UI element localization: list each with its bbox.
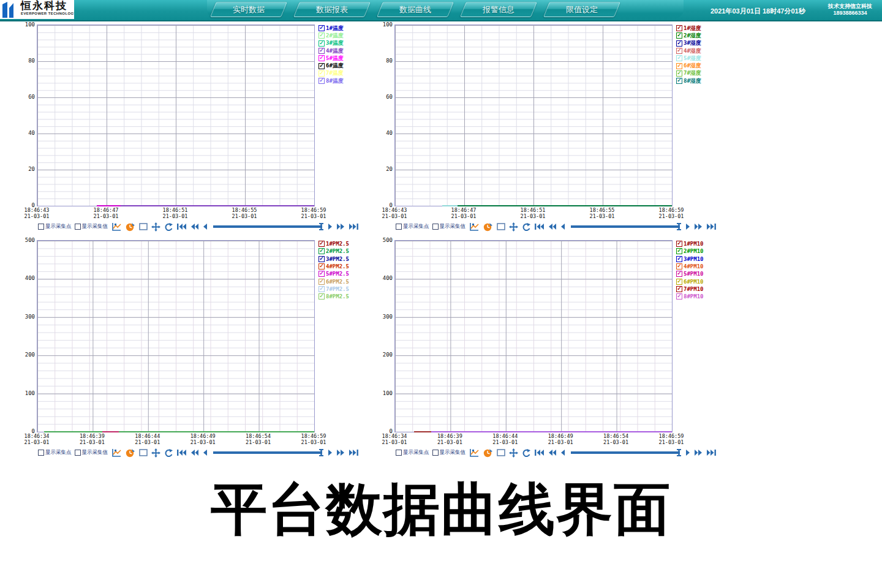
legend-checkbox[interactable]: ✓ bbox=[676, 293, 682, 300]
legend-checkbox[interactable]: ✓ bbox=[318, 271, 325, 277]
pan-button[interactable] bbox=[509, 448, 518, 458]
legend-item[interactable]: ✓8#湿度 bbox=[676, 77, 701, 85]
plot-area[interactable] bbox=[394, 240, 673, 432]
show-points-checkbox[interactable]: 显示采集点 bbox=[38, 223, 72, 230]
legend-item[interactable]: ✓6#PM2.5 bbox=[318, 277, 349, 285]
legend-item[interactable]: ✓3#PM2.5 bbox=[318, 255, 349, 263]
legend-checkbox[interactable]: ✓ bbox=[676, 70, 682, 77]
curve-settings-button[interactable] bbox=[469, 448, 480, 458]
legend-item[interactable]: ✓8#PM10 bbox=[676, 293, 704, 300]
legend-item[interactable]: ✓3#PM10 bbox=[676, 255, 704, 263]
legend-item[interactable]: ✓6#PM10 bbox=[676, 277, 704, 285]
zoom-select-button[interactable] bbox=[496, 448, 506, 457]
step-forward-button[interactable] bbox=[685, 223, 691, 230]
tab-limit-setting[interactable]: 限值设定 bbox=[546, 2, 617, 17]
skip-start-button[interactable] bbox=[176, 223, 187, 230]
plot-area[interactable] bbox=[37, 24, 315, 206]
step-forward-button[interactable] bbox=[327, 223, 333, 230]
legend-item[interactable]: ✓1#PM10 bbox=[676, 240, 704, 247]
fast-rewind-button[interactable] bbox=[190, 449, 199, 456]
skip-end-button[interactable] bbox=[706, 223, 717, 230]
legend-checkbox[interactable]: ✓ bbox=[318, 286, 325, 292]
step-forward-button[interactable] bbox=[685, 449, 691, 456]
legend-checkbox[interactable]: ✓ bbox=[676, 263, 682, 270]
fast-forward-button[interactable] bbox=[694, 223, 703, 230]
time-window-button[interactable] bbox=[483, 448, 493, 458]
legend-checkbox[interactable]: ✓ bbox=[318, 48, 325, 54]
legend-checkbox[interactable]: ✓ bbox=[676, 55, 682, 61]
timeline-slider[interactable] bbox=[213, 225, 322, 228]
curve-settings-button[interactable] bbox=[111, 222, 122, 232]
legend-item[interactable]: ✓7#湿度 bbox=[676, 70, 701, 77]
legend-checkbox[interactable]: ✓ bbox=[676, 256, 682, 262]
legend-item[interactable]: ✓1#温度 bbox=[318, 24, 344, 32]
legend-checkbox[interactable]: ✓ bbox=[676, 271, 682, 277]
show-points-checkbox[interactable]: 显示采集点 bbox=[396, 223, 429, 230]
legend-checkbox[interactable]: ✓ bbox=[676, 63, 682, 69]
tab-alarm-info[interactable]: 报警信息 bbox=[463, 2, 534, 17]
legend-checkbox[interactable]: ✓ bbox=[676, 248, 682, 254]
legend-checkbox[interactable]: ✓ bbox=[676, 40, 682, 47]
checkbox-box[interactable] bbox=[38, 450, 44, 456]
legend-item[interactable]: ✓1#湿度 bbox=[676, 24, 701, 32]
legend-item[interactable]: ✓2#温度 bbox=[318, 32, 344, 39]
legend-item[interactable]: ✓3#温度 bbox=[318, 40, 344, 47]
slider-handle[interactable] bbox=[676, 223, 682, 230]
legend-item[interactable]: ✓7#PM10 bbox=[676, 285, 704, 293]
slider-handle[interactable] bbox=[318, 449, 324, 456]
step-back-button[interactable] bbox=[560, 449, 566, 456]
legend-item[interactable]: ✓5#PM10 bbox=[676, 270, 704, 277]
legend-item[interactable]: ✓6#湿度 bbox=[676, 62, 701, 69]
pan-button[interactable] bbox=[151, 222, 160, 232]
skip-start-button[interactable] bbox=[176, 449, 187, 456]
reset-view-button[interactable] bbox=[521, 222, 531, 232]
legend-checkbox[interactable]: ✓ bbox=[318, 256, 325, 262]
legend-checkbox[interactable]: ✓ bbox=[676, 286, 682, 292]
fast-rewind-button[interactable] bbox=[548, 223, 557, 230]
legend-checkbox[interactable]: ✓ bbox=[318, 25, 325, 31]
legend-item[interactable]: ✓2#PM10 bbox=[676, 247, 704, 255]
legend-checkbox[interactable]: ✓ bbox=[676, 48, 682, 54]
show-values-checkbox[interactable]: 显示采集值 bbox=[432, 449, 466, 456]
plot-area[interactable] bbox=[37, 240, 315, 432]
show-points-checkbox[interactable]: 显示采集点 bbox=[38, 449, 72, 456]
show-values-checkbox[interactable]: 显示采集值 bbox=[432, 223, 466, 230]
legend-item[interactable]: ✓6#温度 bbox=[318, 62, 344, 69]
reset-view-button[interactable] bbox=[164, 448, 173, 458]
legend-item[interactable]: ✓7#PM2.5 bbox=[318, 285, 349, 293]
legend-item[interactable]: ✓5#PM2.5 bbox=[318, 270, 349, 277]
legend-checkbox[interactable]: ✓ bbox=[318, 78, 325, 84]
legend-item[interactable]: ✓8#PM2.5 bbox=[318, 293, 349, 300]
show-values-checkbox[interactable]: 显示采集值 bbox=[75, 223, 108, 230]
legend-item[interactable]: ✓5#温度 bbox=[318, 55, 344, 62]
tab-data-curve[interactable]: 数据曲线 bbox=[380, 2, 451, 17]
legend-checkbox[interactable]: ✓ bbox=[318, 263, 325, 270]
slider-handle[interactable] bbox=[318, 223, 324, 230]
show-values-checkbox[interactable]: 显示采集值 bbox=[75, 449, 108, 456]
step-back-button[interactable] bbox=[202, 223, 208, 230]
legend-item[interactable]: ✓4#PM2.5 bbox=[318, 263, 349, 270]
checkbox-box[interactable] bbox=[432, 450, 439, 456]
skip-start-button[interactable] bbox=[534, 449, 545, 456]
fast-forward-button[interactable] bbox=[336, 449, 345, 456]
legend-item[interactable]: ✓2#湿度 bbox=[676, 32, 701, 39]
checkbox-box[interactable] bbox=[38, 224, 44, 230]
tab-data-report[interactable]: 数据报表 bbox=[296, 2, 368, 17]
step-back-button[interactable] bbox=[560, 223, 566, 230]
checkbox-box[interactable] bbox=[396, 224, 402, 230]
pan-button[interactable] bbox=[509, 222, 518, 232]
legend-checkbox[interactable]: ✓ bbox=[318, 32, 325, 39]
legend-item[interactable]: ✓3#湿度 bbox=[676, 40, 701, 47]
fast-rewind-button[interactable] bbox=[548, 449, 557, 456]
reset-view-button[interactable] bbox=[164, 222, 173, 232]
legend-item[interactable]: ✓1#PM2.5 bbox=[318, 240, 349, 247]
legend-checkbox[interactable]: ✓ bbox=[318, 279, 325, 285]
legend-checkbox[interactable]: ✓ bbox=[318, 70, 325, 77]
show-points-checkbox[interactable]: 显示采集点 bbox=[396, 449, 429, 456]
legend-checkbox[interactable]: ✓ bbox=[318, 241, 325, 247]
zoom-select-button[interactable] bbox=[138, 448, 148, 457]
timeline-slider[interactable] bbox=[213, 451, 322, 454]
fast-forward-button[interactable] bbox=[336, 223, 345, 230]
legend-item[interactable]: ✓4#湿度 bbox=[676, 47, 701, 55]
legend-checkbox[interactable]: ✓ bbox=[676, 25, 682, 31]
